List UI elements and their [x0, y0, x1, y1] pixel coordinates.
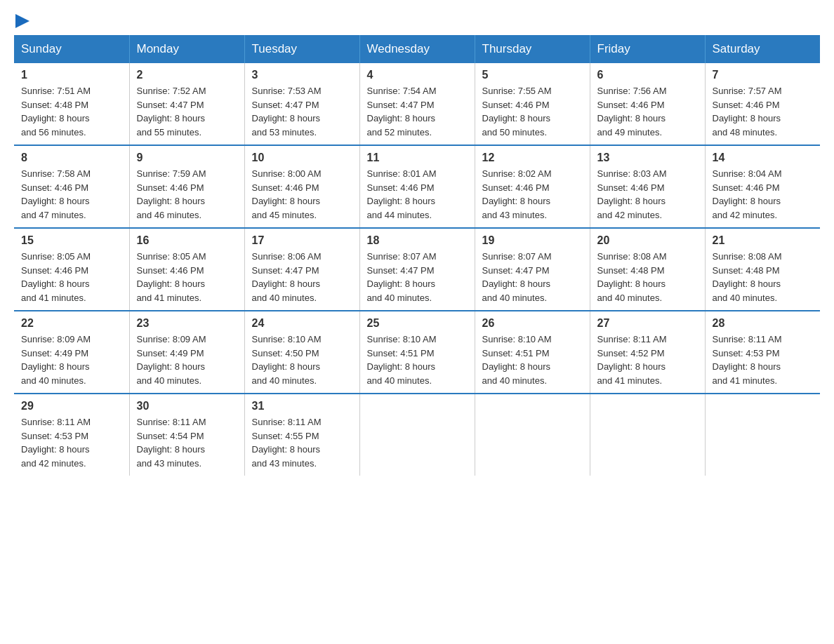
- day-number: 20: [597, 234, 698, 247]
- day-number: 6: [597, 69, 698, 81]
- logo: [14, 14, 29, 28]
- calendar-cell: 3Sunrise: 7:53 AMSunset: 4:47 PMDaylight…: [244, 63, 359, 145]
- day-number: 22: [21, 317, 122, 330]
- day-number: 18: [367, 234, 468, 247]
- day-number: 15: [21, 234, 122, 247]
- day-info: Sunrise: 8:07 AMSunset: 4:47 PMDaylight:…: [482, 250, 583, 304]
- weekday-header-saturday: Saturday: [705, 35, 820, 63]
- day-info: Sunrise: 7:51 AMSunset: 4:48 PMDaylight:…: [21, 84, 122, 139]
- calendar-cell: 12Sunrise: 8:02 AMSunset: 4:46 PMDayligh…: [475, 145, 590, 228]
- calendar-week-row: 29Sunrise: 8:11 AMSunset: 4:53 PMDayligh…: [14, 394, 820, 476]
- day-number: 17: [252, 234, 352, 247]
- calendar-cell: 24Sunrise: 8:10 AMSunset: 4:50 PMDayligh…: [244, 311, 359, 394]
- day-info: Sunrise: 8:10 AMSunset: 4:51 PMDaylight:…: [482, 333, 583, 387]
- day-info: Sunrise: 8:00 AMSunset: 4:46 PMDaylight:…: [252, 167, 352, 222]
- day-info: Sunrise: 8:01 AMSunset: 4:46 PMDaylight:…: [367, 167, 468, 222]
- day-number: 27: [597, 317, 698, 330]
- day-info: Sunrise: 8:08 AMSunset: 4:48 PMDaylight:…: [713, 250, 814, 304]
- calendar-cell: 21Sunrise: 8:08 AMSunset: 4:48 PMDayligh…: [705, 228, 820, 311]
- calendar-cell: 10Sunrise: 8:00 AMSunset: 4:46 PMDayligh…: [244, 145, 359, 228]
- weekday-header-wednesday: Wednesday: [359, 35, 475, 63]
- calendar-cell: 11Sunrise: 8:01 AMSunset: 4:46 PMDayligh…: [359, 145, 475, 228]
- calendar-cell: 30Sunrise: 8:11 AMSunset: 4:54 PMDayligh…: [129, 394, 244, 476]
- day-number: 4: [367, 69, 468, 81]
- day-number: 1: [21, 69, 122, 81]
- day-info: Sunrise: 8:11 AMSunset: 4:52 PMDaylight:…: [597, 333, 698, 387]
- calendar-cell: 27Sunrise: 8:11 AMSunset: 4:52 PMDayligh…: [590, 311, 705, 394]
- weekday-header-sunday: Sunday: [14, 35, 129, 63]
- day-info: Sunrise: 8:11 AMSunset: 4:53 PMDaylight:…: [713, 333, 814, 387]
- day-info: Sunrise: 7:53 AMSunset: 4:47 PMDaylight:…: [252, 84, 352, 139]
- calendar-cell: 8Sunrise: 7:58 AMSunset: 4:46 PMDaylight…: [14, 145, 129, 228]
- day-number: 30: [137, 400, 237, 412]
- day-number: 19: [482, 234, 583, 247]
- day-number: 26: [482, 317, 583, 330]
- day-info: Sunrise: 8:10 AMSunset: 4:50 PMDaylight:…: [252, 333, 352, 387]
- weekday-header-friday: Friday: [590, 35, 705, 63]
- calendar-cell: 2Sunrise: 7:52 AMSunset: 4:47 PMDaylight…: [129, 63, 244, 145]
- day-info: Sunrise: 8:10 AMSunset: 4:51 PMDaylight:…: [367, 333, 468, 387]
- day-info: Sunrise: 7:54 AMSunset: 4:47 PMDaylight:…: [367, 84, 468, 139]
- day-number: 7: [713, 69, 814, 81]
- day-number: 24: [252, 317, 352, 330]
- day-info: Sunrise: 8:11 AMSunset: 4:55 PMDaylight:…: [252, 415, 352, 470]
- day-info: Sunrise: 7:58 AMSunset: 4:46 PMDaylight:…: [21, 167, 122, 222]
- calendar-cell: 19Sunrise: 8:07 AMSunset: 4:47 PMDayligh…: [475, 228, 590, 311]
- day-number: 16: [137, 234, 237, 247]
- calendar-cell: 5Sunrise: 7:55 AMSunset: 4:46 PMDaylight…: [475, 63, 590, 145]
- calendar-week-row: 8Sunrise: 7:58 AMSunset: 4:46 PMDaylight…: [14, 145, 820, 228]
- calendar-cell: 1Sunrise: 7:51 AMSunset: 4:48 PMDaylight…: [14, 63, 129, 145]
- calendar-cell: 4Sunrise: 7:54 AMSunset: 4:47 PMDaylight…: [359, 63, 475, 145]
- day-number: 5: [482, 69, 583, 81]
- day-info: Sunrise: 8:09 AMSunset: 4:49 PMDaylight:…: [137, 333, 237, 387]
- calendar-cell: 25Sunrise: 8:10 AMSunset: 4:51 PMDayligh…: [359, 311, 475, 394]
- day-number: 31: [252, 400, 352, 412]
- calendar-week-row: 1Sunrise: 7:51 AMSunset: 4:48 PMDaylight…: [14, 63, 820, 145]
- page-header: [14, 14, 820, 28]
- day-info: Sunrise: 8:08 AMSunset: 4:48 PMDaylight:…: [597, 250, 698, 304]
- day-info: Sunrise: 8:11 AMSunset: 4:53 PMDaylight:…: [21, 415, 122, 470]
- day-info: Sunrise: 8:04 AMSunset: 4:46 PMDaylight:…: [713, 167, 814, 222]
- day-info: Sunrise: 7:57 AMSunset: 4:46 PMDaylight:…: [713, 84, 814, 139]
- day-info: Sunrise: 8:11 AMSunset: 4:54 PMDaylight:…: [137, 415, 237, 470]
- day-number: 8: [21, 152, 122, 164]
- logo-arrow-icon: [15, 14, 29, 28]
- day-info: Sunrise: 8:05 AMSunset: 4:46 PMDaylight:…: [21, 250, 122, 304]
- day-number: 12: [482, 152, 583, 164]
- calendar-cell: 9Sunrise: 7:59 AMSunset: 4:46 PMDaylight…: [129, 145, 244, 228]
- day-number: 11: [367, 152, 468, 164]
- weekday-header-monday: Monday: [129, 35, 244, 63]
- calendar-cell: [475, 394, 590, 476]
- day-number: 25: [367, 317, 468, 330]
- day-info: Sunrise: 8:03 AMSunset: 4:46 PMDaylight:…: [597, 167, 698, 222]
- day-number: 2: [137, 69, 237, 81]
- calendar-week-row: 15Sunrise: 8:05 AMSunset: 4:46 PMDayligh…: [14, 228, 820, 311]
- day-info: Sunrise: 7:56 AMSunset: 4:46 PMDaylight:…: [597, 84, 698, 139]
- weekday-header-row: SundayMondayTuesdayWednesdayThursdayFrid…: [14, 35, 820, 63]
- calendar-cell: [705, 394, 820, 476]
- calendar-cell: 23Sunrise: 8:09 AMSunset: 4:49 PMDayligh…: [129, 311, 244, 394]
- day-number: 14: [713, 152, 814, 164]
- calendar-cell: 7Sunrise: 7:57 AMSunset: 4:46 PMDaylight…: [705, 63, 820, 145]
- calendar-cell: [359, 394, 475, 476]
- day-info: Sunrise: 7:55 AMSunset: 4:46 PMDaylight:…: [482, 84, 583, 139]
- day-info: Sunrise: 8:02 AMSunset: 4:46 PMDaylight:…: [482, 167, 583, 222]
- calendar-cell: 28Sunrise: 8:11 AMSunset: 4:53 PMDayligh…: [705, 311, 820, 394]
- calendar-cell: 16Sunrise: 8:05 AMSunset: 4:46 PMDayligh…: [129, 228, 244, 311]
- calendar-cell: [590, 394, 705, 476]
- day-info: Sunrise: 7:59 AMSunset: 4:46 PMDaylight:…: [137, 167, 237, 222]
- weekday-header-thursday: Thursday: [475, 35, 590, 63]
- day-number: 10: [252, 152, 352, 164]
- calendar-week-row: 22Sunrise: 8:09 AMSunset: 4:49 PMDayligh…: [14, 311, 820, 394]
- calendar-cell: 14Sunrise: 8:04 AMSunset: 4:46 PMDayligh…: [705, 145, 820, 228]
- day-info: Sunrise: 8:05 AMSunset: 4:46 PMDaylight:…: [137, 250, 237, 304]
- day-number: 29: [21, 400, 122, 412]
- calendar-cell: 15Sunrise: 8:05 AMSunset: 4:46 PMDayligh…: [14, 228, 129, 311]
- day-info: Sunrise: 7:52 AMSunset: 4:47 PMDaylight:…: [137, 84, 237, 139]
- calendar-cell: 18Sunrise: 8:07 AMSunset: 4:47 PMDayligh…: [359, 228, 475, 311]
- day-info: Sunrise: 8:06 AMSunset: 4:47 PMDaylight:…: [252, 250, 352, 304]
- weekday-header-tuesday: Tuesday: [244, 35, 359, 63]
- calendar-cell: 22Sunrise: 8:09 AMSunset: 4:49 PMDayligh…: [14, 311, 129, 394]
- calendar-cell: 13Sunrise: 8:03 AMSunset: 4:46 PMDayligh…: [590, 145, 705, 228]
- day-number: 28: [713, 317, 814, 330]
